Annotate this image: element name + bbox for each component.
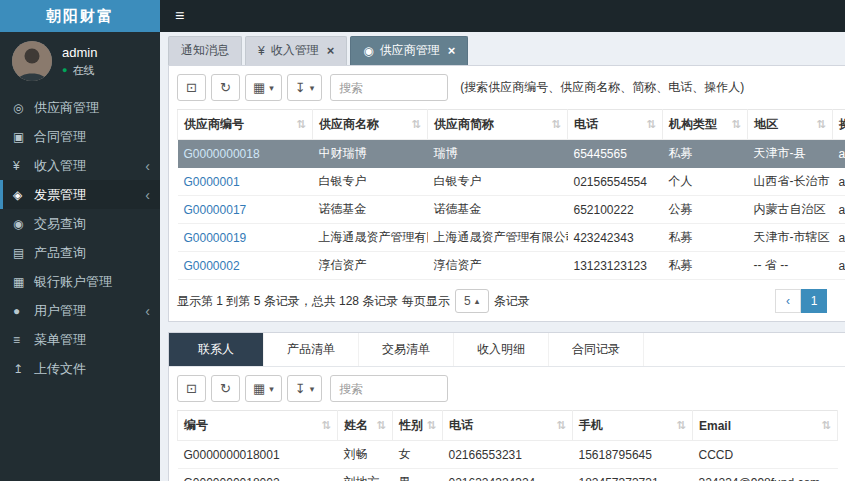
menu-list-icon: ≡ (13, 333, 34, 347)
tab-contacts[interactable]: 联系人 (169, 333, 264, 366)
col-supplier-name[interactable]: 供应商名称⇅ (313, 110, 428, 140)
sidebar-item-income-management[interactable]: ¥ 收入管理 ‹ (0, 151, 160, 180)
col-supplier-id[interactable]: 供应商编号⇅ (178, 110, 313, 140)
product-query-icon: ▤ (13, 246, 34, 260)
prev-page-button[interactable]: ‹ (775, 289, 801, 313)
table-row[interactable]: G0000000018002 刘地方 男 0216324324324 18245… (178, 469, 838, 481)
sort-icon: ⇅ (297, 118, 306, 131)
col-contact-id[interactable]: 编号⇅ (178, 411, 338, 441)
refresh-button[interactable]: ↻ (211, 375, 240, 402)
toggle-view-button[interactable]: ⊡ (177, 375, 206, 402)
table-row[interactable]: G0000001 白银专户 白银专户 02156554554 个人 山西省-长治… (178, 168, 845, 196)
pagination-bar: 显示第 1 到第 5 条记录，总共 128 条记录 每页显示 5 ▴ 条记录 ‹… (177, 289, 845, 313)
col-phone[interactable]: 电话⇅ (443, 411, 573, 441)
export-icon: ↧ (295, 80, 306, 95)
supplier-table-wrap: 供应商编号⇅ 供应商名称⇅ 供应商简称⇅ 电话⇅ 机构类型⇅ 地区⇅ 操作人⇅ … (177, 109, 845, 280)
page-size-dropdown[interactable]: 5 ▴ (455, 289, 489, 313)
col-operator[interactable]: 操作人⇅ (833, 110, 845, 140)
col-gender[interactable]: 性别⇅ (393, 411, 443, 441)
card-view-icon: ⊡ (186, 381, 197, 396)
col-name[interactable]: 姓名⇅ (338, 411, 393, 441)
toggle-view-button[interactable]: ⊡ (177, 74, 206, 101)
sort-icon: ⇅ (557, 419, 566, 432)
tab-income-management[interactable]: ¥ 收入管理 × (245, 36, 347, 65)
search-input[interactable] (330, 375, 448, 402)
supplier-id-link[interactable]: G0000002 (184, 259, 240, 273)
export-dropdown[interactable]: ↧ ▾ (287, 375, 322, 402)
sidebar-item-label: 上传文件 (34, 360, 86, 378)
sidebar-item-trade-query[interactable]: ◉ 交易查询 (0, 209, 160, 238)
columns-icon: ▦ (253, 80, 265, 95)
export-icon: ↧ (295, 381, 306, 396)
search-input[interactable] (330, 74, 448, 101)
supplier-id-link[interactable]: G0000000018 (184, 147, 260, 161)
workspace-tabstrip: 通知消息 ¥ 收入管理 × ◉ 供应商管理 × (168, 38, 845, 65)
sidebar-item-user-management[interactable]: ● 用户管理 ‹ (0, 296, 160, 325)
refresh-icon: ↻ (220, 381, 231, 396)
col-phone[interactable]: 电话⇅ (568, 110, 663, 140)
table-row[interactable]: G0000000018 中财瑞博 瑞博 65445565 私募 天津市-县 ad… (178, 140, 845, 168)
sidebar-item-label: 收入管理 (34, 157, 86, 175)
supplier-id-link[interactable]: G0000001 (184, 175, 240, 189)
columns-dropdown[interactable]: ▦ ▾ (245, 74, 282, 101)
col-institution-type[interactable]: 机构类型⇅ (663, 110, 748, 140)
supplier-id-link[interactable]: G00000019 (184, 231, 247, 245)
sort-icon: ⇅ (552, 118, 561, 131)
sidebar-item-menu-management[interactable]: ≡ 菜单管理 (0, 325, 160, 354)
close-icon[interactable]: × (327, 43, 335, 58)
col-mobile[interactable]: 手机⇅ (573, 411, 693, 441)
sidebar-toggle-icon[interactable]: ≡ (175, 8, 184, 24)
brand-logo[interactable]: 朝阳财富 (0, 0, 160, 32)
sort-icon: ⇅ (322, 419, 331, 432)
tab-notifications[interactable]: 通知消息 (168, 36, 242, 65)
supplier-icon: ◎ (13, 101, 34, 115)
detail-panel: 联系人 产品清单 交易清单 收入明细 合同记录 ⊡ ↻ ▦ ▾ ↧ (168, 332, 845, 481)
tab-supplier-management[interactable]: ◉ 供应商管理 × (350, 36, 468, 65)
sidebar-item-upload-file[interactable]: ↥ 上传文件 (0, 354, 160, 383)
main-content: 通知消息 ¥ 收入管理 × ◉ 供应商管理 × ⊡ ↻ (160, 32, 845, 481)
columns-dropdown[interactable]: ▦ ▾ (245, 375, 282, 402)
detail-tabstrip: 联系人 产品清单 交易清单 收入明细 合同记录 (169, 333, 845, 367)
pagination-info: 显示第 1 到第 5 条记录，总共 128 条记录 每页显示 5 ▴ 条记录 (177, 289, 530, 313)
tab-contract-records[interactable]: 合同记录 (549, 333, 644, 366)
table-row[interactable]: G0000002 淳信资产 淳信资产 13123123123 私募 -- 省 -… (178, 252, 845, 280)
yen-icon: ¥ (258, 44, 265, 58)
tab-product-list[interactable]: 产品清单 (264, 333, 359, 366)
table-row[interactable]: G00000017 诺德基金 诺德基金 652100222 公募 内蒙古自治区 … (178, 196, 845, 224)
sidebar-item-contract-management[interactable]: ▣ 合同管理 (0, 122, 160, 151)
pager: ‹ 1 (775, 289, 827, 313)
table-row[interactable]: G0000000018001 刘畅 女 02166553231 15618795… (178, 441, 838, 469)
table-row[interactable]: G00000019 上海通晟资产管理有限公司 上海通晟资产管理有限公司 4232… (178, 224, 845, 252)
sidebar-item-supplier-management[interactable]: ◎ 供应商管理 (0, 93, 160, 122)
sort-icon: ⇅ (677, 419, 686, 432)
col-supplier-short-name[interactable]: 供应商简称⇅ (428, 110, 568, 140)
supplier-table: 供应商编号⇅ 供应商名称⇅ 供应商简称⇅ 电话⇅ 机构类型⇅ 地区⇅ 操作人⇅ … (177, 109, 845, 280)
caret-down-icon: ▾ (310, 83, 315, 93)
sidebar-item-bank-account-management[interactable]: ▦ 银行账户管理 (0, 267, 160, 296)
col-email[interactable]: Email⇅ (693, 411, 838, 441)
user-meta: admin ● 在线 (62, 45, 97, 78)
sort-icon: ⇅ (427, 419, 436, 432)
tab-transaction-list[interactable]: 交易清单 (359, 333, 454, 366)
tab-income-detail[interactable]: 收入明细 (454, 333, 549, 366)
chevron-left-icon: ‹ (145, 303, 150, 319)
supplier-id-link[interactable]: G00000017 (184, 203, 247, 217)
refresh-button[interactable]: ↻ (211, 74, 240, 101)
sidebar-item-label: 银行账户管理 (34, 273, 112, 291)
app-window: 朝阳财富 ≡ admin ● 在线 ◎ 供应商管理 ▣ 合同管理 (0, 0, 845, 481)
sidebar-item-label: 菜单管理 (34, 331, 86, 349)
sidebar-item-product-query[interactable]: ▤ 产品查询 (0, 238, 160, 267)
sidebar-item-label: 用户管理 (34, 302, 86, 320)
sort-icon: ⇅ (732, 118, 741, 131)
sort-icon: ⇅ (647, 118, 656, 131)
sidebar-menu: ◎ 供应商管理 ▣ 合同管理 ¥ 收入管理 ‹ ◈ 发票管理 ‹ ◉ 交易查询 (0, 93, 160, 383)
sort-icon: ⇅ (412, 118, 421, 131)
sidebar-item-invoice-management[interactable]: ◈ 发票管理 ‹ (0, 180, 160, 209)
upload-icon: ↥ (13, 362, 34, 376)
close-icon[interactable]: × (448, 43, 456, 58)
chevron-left-icon: ‹ (145, 158, 150, 174)
col-region[interactable]: 地区⇅ (748, 110, 833, 140)
export-dropdown[interactable]: ↧ ▾ (287, 74, 322, 101)
user-status: ● 在线 (62, 63, 97, 78)
page-1-button[interactable]: 1 (801, 289, 827, 313)
